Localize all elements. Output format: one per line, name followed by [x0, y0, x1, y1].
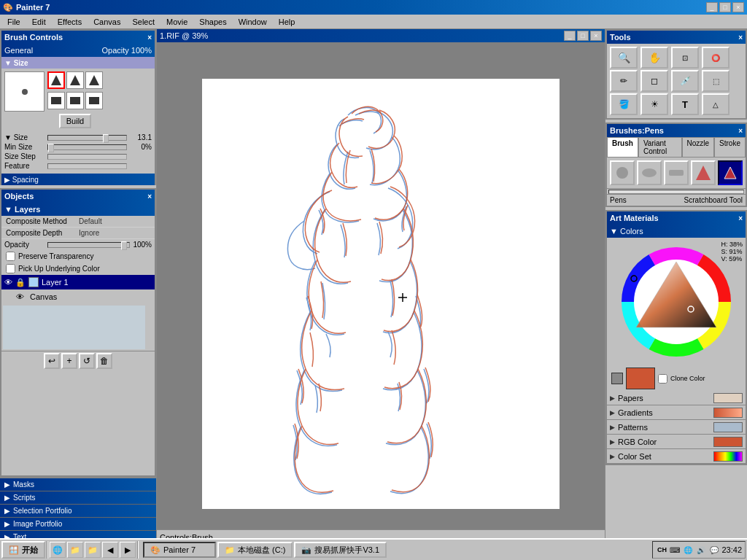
tool-magnifier[interactable]: 🔍	[610, 47, 638, 69]
layer-lock-icon-0[interactable]: 🔒	[15, 278, 26, 287]
size-slider[interactable]	[47, 135, 127, 141]
file-min-button[interactable]: _	[564, 31, 576, 41]
menu-file[interactable]: File	[1, 16, 26, 28]
quick-folder2[interactable]: 📁	[85, 542, 101, 558]
menu-canvas[interactable]: Canvas	[88, 16, 126, 28]
layer-item-0[interactable]: 👁 🔒 Layer 1	[1, 275, 155, 289]
pick-up-color-checkbox[interactable]	[6, 264, 15, 273]
papers-section[interactable]: ▶ Papers	[607, 391, 746, 405]
tool-crop[interactable]: ⊡	[671, 47, 699, 69]
main-color-swatch[interactable]	[626, 368, 655, 389]
brush-shape-5[interactable]	[66, 92, 84, 109]
quick-forward[interactable]: ▶	[120, 542, 136, 558]
colors-bar[interactable]: ▼ Colors	[607, 225, 746, 238]
tool-dodge[interactable]: ☀	[640, 93, 668, 115]
general-bar[interactable]: General Opacity 100%	[1, 44, 155, 57]
file-max-button[interactable]: □	[577, 31, 589, 41]
tools-close[interactable]: ×	[738, 34, 743, 42]
brush-preset-5[interactable]	[718, 160, 743, 185]
brushes-close[interactable]: ×	[738, 127, 743, 135]
tool-marquee[interactable]: ⬚	[702, 70, 729, 92]
file-close-button[interactable]: ×	[590, 31, 602, 41]
brush-shape-1[interactable]	[47, 71, 65, 89]
brush-shape-2[interactable]	[66, 71, 84, 89]
brush-controls-close[interactable]: ×	[147, 34, 152, 42]
minimize-button[interactable]: _	[706, 2, 718, 12]
tool-eraser[interactable]: ◻	[640, 70, 668, 92]
brush-preset-1[interactable]	[610, 160, 635, 185]
color-wheel-svg[interactable]	[618, 244, 735, 360]
brush-shape-4[interactable]	[47, 92, 65, 109]
patterns-section[interactable]: ▶ Patterns	[607, 420, 746, 435]
tool-text[interactable]: T	[671, 93, 699, 115]
start-button[interactable]: 🪟 开始	[1, 541, 45, 559]
tab-stroke[interactable]: Stroke	[714, 137, 746, 157]
swap-colors-icon[interactable]	[611, 373, 623, 384]
taskbar-painter[interactable]: 🎨 Painter 7	[143, 542, 216, 558]
selection-portfolio-section[interactable]: Selection Portfolio	[0, 505, 156, 518]
tab-brush[interactable]: Brush	[607, 137, 638, 157]
quick-folder1[interactable]: 📁	[67, 542, 83, 558]
brush-shape-3[interactable]	[85, 71, 103, 89]
menu-window[interactable]: Window	[233, 16, 273, 28]
layers-bar[interactable]: ▼ Layers	[1, 203, 155, 216]
tray-input-icon[interactable]: ⌨	[669, 544, 681, 556]
brushes-scroll[interactable]	[607, 188, 746, 194]
tool-brush[interactable]: ✏	[610, 70, 638, 92]
tool-paint-bucket[interactable]: 🪣	[610, 93, 638, 115]
quick-back[interactable]: ◀	[102, 542, 118, 558]
brush-shape-6[interactable]	[85, 92, 103, 109]
layer-rotate-button[interactable]: ↺	[79, 353, 95, 369]
color-wheel-container[interactable]	[614, 244, 738, 360]
color-set-section[interactable]: ▶ Color Set	[607, 449, 746, 464]
tool-shape[interactable]: △	[702, 93, 729, 115]
menu-edit[interactable]: Edit	[26, 16, 52, 28]
quick-ie[interactable]: 🌐	[50, 542, 66, 558]
objects-close[interactable]: ×	[147, 192, 152, 201]
tray-balloon[interactable]: 💬	[708, 544, 720, 556]
tab-nozzle[interactable]: Nozzle	[682, 137, 715, 157]
tray-network[interactable]: 🌐	[682, 544, 694, 556]
gradients-section[interactable]: ▶ Gradients	[607, 405, 746, 420]
min-size-slider[interactable]	[47, 144, 127, 150]
opacity-slider[interactable]	[47, 242, 130, 248]
layer-back-button[interactable]: ↩	[44, 353, 60, 369]
preserve-transparency-checkbox[interactable]	[6, 252, 15, 261]
scripts-section[interactable]: Scripts	[0, 491, 156, 505]
feather-slider[interactable]	[47, 163, 127, 169]
tab-variant-control[interactable]: Variant Control	[638, 137, 682, 157]
maximize-button[interactable]: □	[719, 2, 731, 12]
art-materials-close[interactable]: ×	[738, 214, 743, 222]
menu-help[interactable]: Help	[273, 16, 301, 28]
pens-label[interactable]: Pens	[610, 196, 627, 204]
scratchboard-label[interactable]: Scratchboard Tool	[684, 196, 743, 204]
size-step-slider[interactable]	[47, 154, 127, 160]
menu-shapes[interactable]: Shapes	[193, 16, 232, 28]
menu-select[interactable]: Select	[126, 16, 160, 28]
layer-delete-button[interactable]: 🗑	[96, 353, 112, 369]
tool-lasso[interactable]: ⭕	[702, 47, 729, 69]
image-portfolio-section[interactable]: Image Portfolio	[0, 518, 156, 531]
layer-visibility-icon-canvas[interactable]: 👁	[16, 292, 24, 301]
close-button[interactable]: ×	[732, 2, 744, 12]
layer-visibility-icon-0[interactable]: 👁	[4, 278, 12, 287]
tool-eyedropper[interactable]: 💉	[671, 70, 699, 92]
brush-preset-4[interactable]	[691, 160, 716, 185]
tray-sound[interactable]: 🔊	[695, 544, 707, 556]
taskbar-explorer[interactable]: 📁 本地磁盘 (C:)	[217, 542, 293, 558]
brushes-scrollbar[interactable]	[608, 190, 744, 194]
build-button[interactable]: Build	[59, 114, 91, 128]
tool-grabber[interactable]: ✋	[640, 47, 668, 69]
brush-preset-3[interactable]	[664, 160, 689, 185]
menu-effects[interactable]: Effects	[52, 16, 88, 28]
tray-ime[interactable]: CH	[656, 544, 667, 556]
clone-color-checkbox[interactable]	[658, 374, 667, 384]
menu-movie[interactable]: Movie	[160, 16, 193, 28]
taskbar-capture[interactable]: 📷 搜易抓屏快手V3.1	[294, 542, 387, 558]
drawing-canvas[interactable]	[202, 79, 560, 509]
rgb-color-section[interactable]: ▶ RGB Color	[607, 435, 746, 449]
spacing-bar[interactable]: ▶ Spacing	[1, 174, 155, 185]
layer-add-button[interactable]: +	[61, 353, 77, 369]
size-section-header[interactable]: ▼ Size	[1, 57, 155, 69]
brush-preset-2[interactable]	[637, 160, 662, 185]
